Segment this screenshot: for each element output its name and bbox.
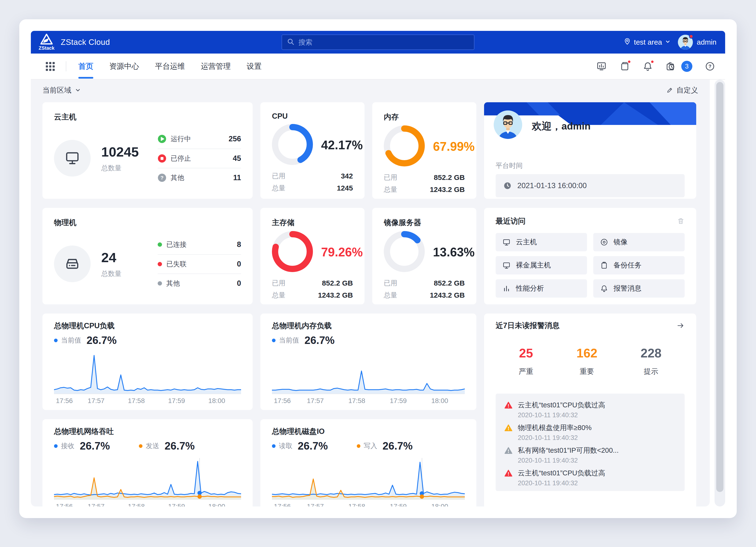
legend-dot <box>54 339 58 342</box>
legend-label: 读取 <box>279 441 292 451</box>
alert-item[interactable]: 云主机“test01”CPU负载过高2020-10-11 19:40:32 <box>504 401 676 419</box>
x-tick: 18:00 <box>208 397 225 405</box>
alert-item[interactable]: 私有网络“test01”IP可用数<200...2020-10-11 19:40… <box>504 446 676 464</box>
quick-link-性能分析[interactable]: 性能分析 <box>496 279 587 298</box>
quick-link-报警消息[interactable]: 报警消息 <box>593 279 685 298</box>
area-selector[interactable]: test area <box>623 38 671 47</box>
tab-平台运维[interactable]: 平台运维 <box>154 54 186 78</box>
alarm-stat-label: 严重 <box>519 367 533 377</box>
vm-monitor-icon <box>54 140 91 176</box>
monitor-icon <box>502 261 511 269</box>
chart-plot <box>54 351 241 394</box>
usage-value: 1243.2 GB <box>318 291 353 299</box>
scrollbar-thumb[interactable] <box>716 82 723 492</box>
monitor-icon <box>502 238 511 246</box>
alert-item[interactable]: 物理机根盘使用率≥80%2020-10-11 19:40:32 <box>504 424 676 441</box>
donut-percent: 79.26% <box>321 245 363 259</box>
alarm-stat-value: 228 <box>641 346 661 360</box>
quick-link-备份任务[interactable]: 备份任务 <box>593 256 685 275</box>
alert-time: 2020-10-11 19:40:32 <box>518 434 676 441</box>
nav-bar: 首页资源中心平台运维运营管理设置 3 ? <box>31 54 725 80</box>
vm-overview-card: 云主机 10245 总数量 运行中256已停止45?其他11 <box>42 102 253 199</box>
donut-gauge-row: 79.26% <box>272 231 353 273</box>
dashboard: 当前区域 自定义 云主机 <box>31 80 710 507</box>
zstack-logo-icon: ZStack <box>38 33 55 51</box>
avatar <box>678 35 693 50</box>
user-menu[interactable]: admin <box>678 35 716 50</box>
scrollbar-track[interactable] <box>715 80 725 507</box>
x-tick: 17:58 <box>348 503 365 507</box>
usage-value: 852.2 GB <box>434 173 465 181</box>
timer-icon[interactable] <box>665 61 676 72</box>
usage-value: 342 <box>341 172 353 180</box>
donut-gauge-row: 13.63% <box>384 231 465 273</box>
chart-plot <box>272 351 465 394</box>
welcome-avatar <box>494 110 522 139</box>
legend-value: 26.7% <box>298 440 328 452</box>
x-tick: 17:57 <box>307 503 324 507</box>
host-status-list: 已连接8已失联0其他0 <box>158 235 241 293</box>
donut-gauge-row: 42.17% <box>272 124 353 166</box>
quick-links: 云主机镜像裸金属主机备份任务性能分析报警消息 <box>496 233 685 298</box>
alert-item[interactable]: 云主机“test01”CPU负载过高2020-10-11 19:40:32 <box>504 469 676 487</box>
quick-link-云主机[interactable]: 云主机 <box>496 233 587 251</box>
chart-title: 总物理机磁盘IO <box>272 426 465 437</box>
legend-label: 接收 <box>61 441 74 451</box>
region-selector[interactable]: 当前区域 <box>42 85 81 95</box>
x-tick: 17:56 <box>274 397 291 405</box>
legend-item-当前值: 当前值26.7% <box>54 334 117 346</box>
host-server-icon <box>54 245 91 282</box>
quick-link-裸金属主机[interactable]: 裸金属主机 <box>496 256 587 275</box>
help-icon[interactable]: ? <box>704 61 715 72</box>
region-label: 当前区域 <box>42 85 71 95</box>
legend-value: 26.7% <box>80 440 110 452</box>
customize-button[interactable]: 自定义 <box>666 85 698 95</box>
global-search[interactable] <box>282 34 474 50</box>
usage-label: 已用 <box>384 279 397 288</box>
recent-access-card: 最近访问 云主机镜像裸金属主机备份任务性能分析报警消息 <box>484 208 696 305</box>
search-input[interactable] <box>298 38 469 46</box>
tab-资源中心[interactable]: 资源中心 <box>108 54 140 78</box>
legend-dot <box>272 339 276 342</box>
alert-list: 云主机“test01”CPU负载过高2020-10-11 19:40:32物理机… <box>496 394 685 491</box>
x-tick: 17:57 <box>88 503 105 507</box>
chevron-down-icon <box>665 38 671 46</box>
status-label: 运行中 <box>171 134 229 143</box>
warning-triangle-icon <box>504 469 513 477</box>
alarm-stat-label: 重要 <box>576 367 597 377</box>
card-grid: 云主机 10245 总数量 运行中256已停止45?其他11 <box>42 102 698 507</box>
alarm-stat-提示: 228提示 <box>641 346 661 381</box>
arrow-right-icon[interactable] <box>676 322 685 330</box>
nav-divider <box>66 61 66 71</box>
legend-label: 发送 <box>146 441 159 451</box>
legend-value: 26.7% <box>165 440 195 452</box>
monitor-screen-icon[interactable] <box>596 61 607 72</box>
chart-x-axis: 17:5617:5717:5817:5918:00 <box>272 394 465 404</box>
card-title: 物理机 <box>54 217 241 228</box>
question-status-icon: ? <box>158 173 166 182</box>
alarm-stat-重要: 162重要 <box>576 346 597 381</box>
tasks-icon[interactable] <box>619 61 630 72</box>
timer-badge[interactable]: 3 <box>681 61 692 72</box>
tab-首页[interactable]: 首页 <box>77 54 94 78</box>
donut-chart <box>272 124 313 166</box>
usage-label: 已用 <box>272 171 285 181</box>
usage-row: 总量1245 <box>272 184 353 192</box>
usage-row: 已用852.2 GB <box>272 279 353 287</box>
status-label: 其他 <box>171 173 233 182</box>
disk-io-chart-card: 总物理机磁盘IO读取26.7%写入26.7%17:5617:5717:5817:… <box>260 419 476 507</box>
trash-icon[interactable] <box>677 217 685 225</box>
chart-legend: 接收26.7%发送26.7% <box>54 440 241 452</box>
card-title: 最近访问 <box>496 216 526 226</box>
bell-icon[interactable] <box>642 61 653 72</box>
memory-card: 内存 67.99%已用852.2 GB总量1243.2 GB <box>372 102 476 199</box>
chart-x-axis: 17:5617:5717:5817:5918:00 <box>272 500 465 507</box>
tab-设置[interactable]: 设置 <box>246 54 263 78</box>
legend-item-接收: 接收26.7% <box>54 440 110 452</box>
tab-运营管理[interactable]: 运营管理 <box>200 54 232 78</box>
cpu-card: CPU 42.17%已用342总量1245 <box>260 102 365 199</box>
bell-icon <box>600 285 608 293</box>
logo[interactable]: ZStack ZStack Cloud <box>38 33 110 51</box>
quick-link-镜像[interactable]: 镜像 <box>593 233 685 251</box>
apps-grid-icon[interactable] <box>46 62 55 71</box>
